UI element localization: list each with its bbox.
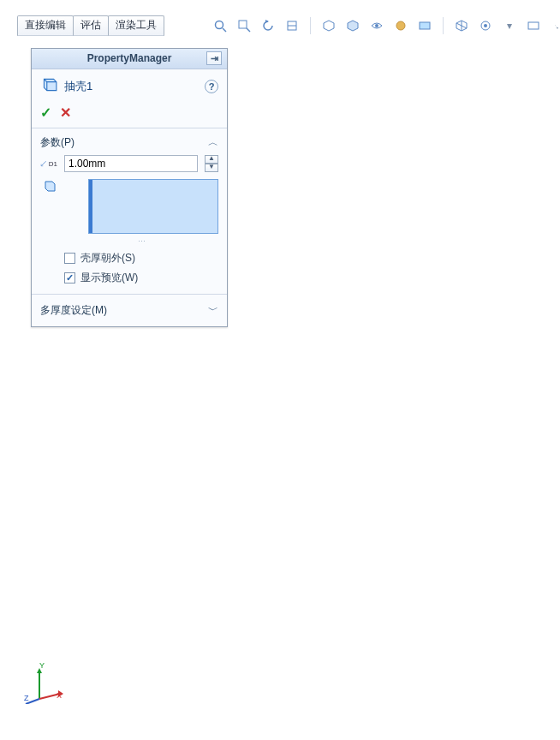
svg-line-14 [354, 628, 365, 635]
multi-thickness-section[interactable]: 多厚度设定(M) ﹀ [32, 294, 227, 326]
thickness-spinner[interactable]: ▲ ▼ [205, 155, 218, 172]
thickness-row: D1 1.00mm ▲ ▼ [40, 155, 218, 172]
svg-point-25 [375, 24, 378, 27]
graphics-viewport[interactable]: 直接编辑 评估 渲染工具 ▾ ▾ PropertyManager ⇥ 抽壳1 [7, 7, 553, 733]
resize-grip-icon[interactable]: ⋯ [64, 237, 218, 246]
chevron-down-icon: ﹀ [208, 303, 218, 318]
view-settings-icon[interactable] [454, 18, 469, 33]
view-toolbar: ▾ ▾ [212, 17, 560, 34]
svg-marker-7 [337, 659, 431, 683]
shell-outward-checkbox[interactable] [64, 253, 75, 264]
edit-appearance-icon[interactable] [393, 18, 408, 33]
help-button[interactable]: ? [205, 80, 218, 93]
parameters-section-header[interactable]: 参数(P) ︿ [40, 135, 218, 155]
svg-rect-6 [174, 545, 341, 587]
axis-z-label: Z [24, 694, 29, 702]
chevron-down-icon[interactable]: ▾ [502, 18, 517, 33]
toolbar-separator [310, 17, 311, 34]
svg-marker-24 [348, 21, 358, 31]
svg-line-17 [223, 28, 226, 32]
pin-button[interactable]: ⇥ [206, 51, 222, 65]
axis-y-label: Y [39, 661, 45, 670]
zoom-fit-icon[interactable] [212, 18, 228, 33]
prev-view-icon[interactable] [260, 18, 276, 33]
parameters-section: 参数(P) ︿ D1 1.00mm ▲ ▼ [32, 128, 227, 294]
svg-rect-18 [239, 21, 247, 28]
tab-evaluate[interactable]: 评估 [73, 15, 109, 36]
svg-point-15 [353, 626, 356, 630]
faces-selection-box[interactable] [88, 179, 218, 234]
show-preview-row[interactable]: ✓ 显示预览(W) [64, 271, 218, 285]
ok-button[interactable]: ✓ [40, 104, 51, 121]
svg-marker-5 [356, 391, 481, 657]
show-preview-checkbox[interactable]: ✓ [64, 272, 75, 283]
feature-name: 抽壳1 [64, 79, 92, 94]
svg-marker-4 [160, 325, 356, 657]
svg-marker-23 [324, 21, 334, 31]
faces-to-remove-icon [40, 179, 57, 193]
shell-outward-label: 壳厚朝外(S) [80, 251, 135, 266]
orientation-triad[interactable]: Y X Z [21, 666, 63, 704]
svg-marker-8 [194, 606, 338, 682]
hide-show-icon[interactable] [369, 18, 384, 33]
chevron-up-icon: ︿ [208, 135, 218, 150]
multi-thickness-label: 多厚度设定(M) [40, 303, 107, 318]
svg-point-16 [216, 21, 223, 29]
svg-point-32 [484, 24, 487, 27]
feature-header: 抽壳1 ? [32, 69, 227, 101]
svg-marker-36 [45, 182, 55, 191]
apply-scene-icon[interactable] [417, 18, 432, 33]
svg-line-19 [247, 28, 250, 32]
command-tabs: 直接编辑 评估 渲染工具 [17, 15, 164, 36]
shell-outward-row[interactable]: 壳厚朝外(S) [64, 251, 218, 266]
pm-title-text: PropertyManager [87, 52, 172, 64]
parameters-label: 参数(P) [40, 135, 74, 150]
svg-marker-13 [352, 606, 357, 611]
svg-point-26 [396, 21, 405, 30]
cancel-button[interactable]: ✕ [60, 104, 71, 121]
svg-rect-27 [420, 22, 430, 29]
screen-capture-icon[interactable] [526, 18, 541, 33]
svg-marker-20 [265, 20, 269, 23]
chevron-down-icon[interactable]: ▾ [550, 18, 560, 33]
dimension-icon: D1 [40, 158, 57, 170]
svg-marker-9 [160, 601, 194, 642]
axis-x-label: X [57, 691, 62, 700]
pm-title-bar: PropertyManager ⇥ [32, 49, 227, 69]
toolbar-separator [443, 17, 444, 34]
tab-direct-edit[interactable]: 直接编辑 [17, 15, 74, 36]
tab-render-tools[interactable]: 渲染工具 [108, 15, 164, 36]
property-manager-panel: PropertyManager ⇥ 抽壳1 ? ✓ ✕ 参数(P) ︿ D1 [31, 48, 228, 327]
orientation-icon[interactable] [321, 18, 337, 33]
ok-cancel-row: ✓ ✕ [32, 101, 227, 128]
shell-feature-icon [40, 76, 57, 96]
svg-rect-33 [528, 22, 539, 29]
faces-row [40, 179, 218, 234]
svg-marker-1 [246, 239, 360, 281]
thickness-value: 1.00mm [69, 158, 105, 170]
show-preview-label: 显示预览(W) [80, 271, 138, 285]
spinner-down-icon[interactable]: ▼ [205, 164, 218, 172]
zoom-area-icon[interactable] [236, 18, 252, 33]
section-view-icon[interactable] [284, 18, 300, 33]
render-tools-icon[interactable] [478, 18, 493, 33]
thickness-input[interactable]: 1.00mm [64, 155, 198, 172]
display-style-icon[interactable] [345, 18, 360, 33]
